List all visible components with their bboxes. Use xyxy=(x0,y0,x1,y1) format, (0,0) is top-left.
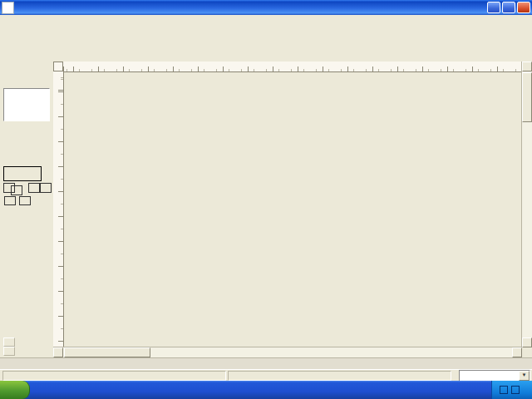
horizontal-scrollbar[interactable] xyxy=(53,347,522,357)
scroll-right-button[interactable] xyxy=(512,347,522,357)
status-bar: ▼ xyxy=(0,369,532,381)
menu-bar xyxy=(0,15,532,28)
tray-app-icon[interactable] xyxy=(511,386,520,394)
fg-bg-colours xyxy=(3,183,52,195)
vertical-scrollbar[interactable] xyxy=(521,62,532,347)
ruler-unit-label xyxy=(53,62,63,71)
status-cell xyxy=(228,371,451,381)
title-bar xyxy=(0,0,532,15)
background-colour-swatch[interactable] xyxy=(11,185,22,195)
scroll-up-button[interactable] xyxy=(522,62,532,71)
alt-colour-swatch-1[interactable] xyxy=(28,183,40,193)
application-window: ▼ xyxy=(0,0,532,399)
toolbar-stitches xyxy=(0,45,532,62)
canvas-area xyxy=(53,62,532,357)
palette-scroll-down-icon[interactable] xyxy=(3,347,15,356)
class-swatch[interactable] xyxy=(4,196,16,205)
close-button[interactable] xyxy=(517,2,530,13)
pattern-preview[interactable] xyxy=(3,88,50,121)
left-panel xyxy=(0,62,54,357)
horizontal-scroll-thumb[interactable] xyxy=(64,347,150,357)
palette-scroll-up-icon[interactable] xyxy=(3,337,15,347)
toolbar-main xyxy=(0,27,532,46)
scroll-left-button[interactable] xyxy=(53,347,63,357)
vertical-scroll-thumb[interactable] xyxy=(522,72,532,122)
windows-flag-icon xyxy=(5,385,15,395)
taskbar xyxy=(0,381,532,399)
colour-mode-row xyxy=(3,196,33,205)
palette-scroll xyxy=(2,337,15,356)
stitch-canvas[interactable] xyxy=(63,71,522,347)
minimize-button[interactable] xyxy=(487,2,500,13)
tray-app-icon[interactable] xyxy=(500,386,508,394)
alt-colour-swatch-2[interactable] xyxy=(40,183,52,193)
status-cell xyxy=(2,371,226,381)
start-button[interactable] xyxy=(0,381,30,399)
maximize-button[interactable] xyxy=(502,2,515,13)
system-tray xyxy=(491,381,532,399)
app-icon xyxy=(2,2,14,14)
scroll-down-button[interactable] xyxy=(522,337,532,347)
combobox-dropdown-icon[interactable]: ▼ xyxy=(519,371,530,381)
pattern-tabs xyxy=(0,357,532,370)
selected-colour-swatch[interactable] xyxy=(3,166,42,181)
blend-swatch[interactable] xyxy=(19,196,31,205)
colour-combobox[interactable]: ▼ xyxy=(459,370,530,382)
preview-thumbnail xyxy=(4,89,47,119)
